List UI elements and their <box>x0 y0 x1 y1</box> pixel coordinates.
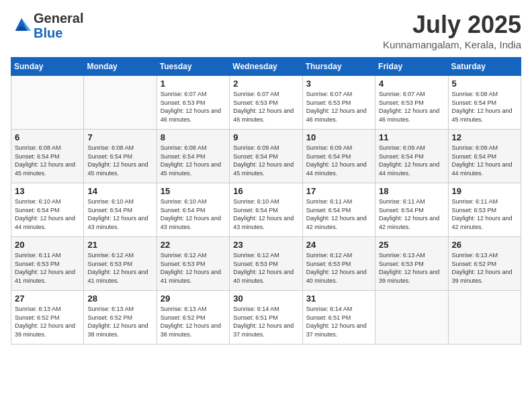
day-number: 26 <box>452 240 517 250</box>
calendar-cell: 24 Sunrise: 6:12 AM Sunset: 6:53 PM Dayl… <box>302 237 375 291</box>
calendar-cell <box>11 76 84 130</box>
day-number: 13 <box>15 186 80 196</box>
sunrise: Sunrise: 6:14 AM <box>306 305 371 314</box>
sunset: Sunset: 6:54 PM <box>233 152 298 161</box>
calendar-cell: 4 Sunrise: 6:07 AM Sunset: 6:53 PM Dayli… <box>375 76 448 130</box>
sunrise: Sunrise: 6:07 AM <box>379 90 444 99</box>
sunset: Sunset: 6:54 PM <box>306 206 371 215</box>
calendar-cell: 21 Sunrise: 6:12 AM Sunset: 6:53 PM Dayl… <box>84 237 157 291</box>
calendar-cell: 25 Sunrise: 6:13 AM Sunset: 6:53 PM Dayl… <box>375 237 448 291</box>
calendar-cell: 7 Sunrise: 6:08 AM Sunset: 6:54 PM Dayli… <box>84 130 157 183</box>
daylight: Daylight: 12 hours and 45 minutes. <box>233 161 298 177</box>
sunrise: Sunrise: 6:13 AM <box>379 251 444 260</box>
day-number: 31 <box>306 293 371 304</box>
sunrise: Sunrise: 6:11 AM <box>379 197 444 206</box>
sunset: Sunset: 6:54 PM <box>379 206 444 215</box>
weekday-header: Saturday <box>448 58 521 76</box>
weekday-header: Wednesday <box>230 58 302 76</box>
day-number: 8 <box>161 132 226 142</box>
sunset: Sunset: 6:54 PM <box>452 99 517 107</box>
cell-content: Sunrise: 6:13 AM Sunset: 6:53 PM Dayligh… <box>379 251 444 285</box>
sunset: Sunset: 6:54 PM <box>15 152 80 161</box>
day-number: 17 <box>306 186 371 196</box>
sunrise: Sunrise: 6:10 AM <box>15 197 80 206</box>
sunrise: Sunrise: 6:07 AM <box>161 90 226 99</box>
cell-content: Sunrise: 6:08 AM Sunset: 6:54 PM Dayligh… <box>87 144 152 177</box>
day-number: 10 <box>306 132 371 142</box>
sunrise: Sunrise: 6:11 AM <box>15 251 80 260</box>
sunset: Sunset: 6:54 PM <box>452 152 517 161</box>
cell-content: Sunrise: 6:07 AM Sunset: 6:53 PM Dayligh… <box>306 90 371 124</box>
sunrise: Sunrise: 6:12 AM <box>233 251 298 260</box>
day-number: 16 <box>233 186 298 196</box>
sunset: Sunset: 6:54 PM <box>379 152 444 161</box>
calendar-cell: 29 Sunrise: 6:13 AM Sunset: 6:52 PM Dayl… <box>157 291 229 345</box>
daylight: Daylight: 12 hours and 45 minutes. <box>452 107 517 124</box>
sunset: Sunset: 6:52 PM <box>161 314 226 322</box>
calendar-week-row: 27 Sunrise: 6:13 AM Sunset: 6:52 PM Dayl… <box>11 291 521 345</box>
calendar-cell: 18 Sunrise: 6:11 AM Sunset: 6:54 PM Dayl… <box>375 183 448 237</box>
sunset: Sunset: 6:53 PM <box>161 99 226 107</box>
calendar-week-row: 20 Sunrise: 6:11 AM Sunset: 6:53 PM Dayl… <box>11 237 521 291</box>
sunset: Sunset: 6:53 PM <box>161 260 226 269</box>
calendar-cell <box>84 76 157 130</box>
day-number: 3 <box>306 79 371 89</box>
day-number: 24 <box>306 240 371 250</box>
sunrise: Sunrise: 6:12 AM <box>87 251 152 260</box>
sunrise: Sunrise: 6:13 AM <box>161 305 226 314</box>
sunrise: Sunrise: 6:14 AM <box>233 305 298 314</box>
cell-content: Sunrise: 6:11 AM Sunset: 6:54 PM Dayligh… <box>306 197 371 231</box>
cell-content: Sunrise: 6:12 AM Sunset: 6:53 PM Dayligh… <box>233 251 298 285</box>
cell-content: Sunrise: 6:08 AM Sunset: 6:54 PM Dayligh… <box>161 144 226 177</box>
sunrise: Sunrise: 6:09 AM <box>233 144 298 152</box>
sunrise: Sunrise: 6:13 AM <box>15 305 80 314</box>
sunset: Sunset: 6:53 PM <box>233 260 298 269</box>
cell-content: Sunrise: 6:13 AM Sunset: 6:52 PM Dayligh… <box>452 251 517 285</box>
calendar-cell: 26 Sunrise: 6:13 AM Sunset: 6:52 PM Dayl… <box>448 237 521 291</box>
weekday-header-row: SundayMondayTuesdayWednesdayThursdayFrid… <box>11 58 521 76</box>
calendar-week-row: 13 Sunrise: 6:10 AM Sunset: 6:54 PM Dayl… <box>11 183 521 237</box>
calendar-cell: 5 Sunrise: 6:08 AM Sunset: 6:54 PM Dayli… <box>448 76 521 130</box>
daylight: Daylight: 12 hours and 38 minutes. <box>161 322 226 338</box>
sunset: Sunset: 6:54 PM <box>87 206 152 215</box>
sunset: Sunset: 6:53 PM <box>306 99 371 107</box>
sunset: Sunset: 6:54 PM <box>87 152 152 161</box>
cell-content: Sunrise: 6:14 AM Sunset: 6:51 PM Dayligh… <box>233 305 298 338</box>
daylight: Daylight: 12 hours and 41 minutes. <box>161 268 226 285</box>
month-title: July 2025 <box>383 11 521 39</box>
cell-content: Sunrise: 6:12 AM Sunset: 6:53 PM Dayligh… <box>161 251 226 285</box>
calendar-cell: 28 Sunrise: 6:13 AM Sunset: 6:52 PM Dayl… <box>84 291 157 345</box>
calendar-cell: 1 Sunrise: 6:07 AM Sunset: 6:53 PM Dayli… <box>157 76 229 130</box>
daylight: Daylight: 12 hours and 42 minutes. <box>452 214 517 231</box>
sunrise: Sunrise: 6:13 AM <box>452 251 517 260</box>
day-number: 30 <box>233 293 298 304</box>
day-number: 1 <box>161 79 226 89</box>
calendar-cell <box>448 291 521 345</box>
calendar-cell: 19 Sunrise: 6:11 AM Sunset: 6:53 PM Dayl… <box>448 183 521 237</box>
weekday-header: Tuesday <box>157 58 229 76</box>
daylight: Daylight: 12 hours and 39 minutes. <box>379 268 444 285</box>
daylight: Daylight: 12 hours and 44 minutes. <box>306 161 371 177</box>
sunset: Sunset: 6:54 PM <box>15 206 80 215</box>
cell-content: Sunrise: 6:12 AM Sunset: 6:53 PM Dayligh… <box>87 251 152 285</box>
cell-content: Sunrise: 6:07 AM Sunset: 6:53 PM Dayligh… <box>379 90 444 124</box>
sunrise: Sunrise: 6:12 AM <box>161 251 226 260</box>
logo-line1: General <box>34 11 83 26</box>
cell-content: Sunrise: 6:11 AM Sunset: 6:53 PM Dayligh… <box>452 197 517 231</box>
daylight: Daylight: 12 hours and 39 minutes. <box>452 268 517 285</box>
daylight: Daylight: 12 hours and 43 minutes. <box>233 214 298 231</box>
calendar-cell: 13 Sunrise: 6:10 AM Sunset: 6:54 PM Dayl… <box>11 183 84 237</box>
calendar-cell: 11 Sunrise: 6:09 AM Sunset: 6:54 PM Dayl… <box>375 130 448 183</box>
cell-content: Sunrise: 6:11 AM Sunset: 6:53 PM Dayligh… <box>15 251 80 285</box>
calendar-cell: 15 Sunrise: 6:10 AM Sunset: 6:54 PM Dayl… <box>157 183 229 237</box>
cell-content: Sunrise: 6:07 AM Sunset: 6:53 PM Dayligh… <box>161 90 226 124</box>
daylight: Daylight: 12 hours and 46 minutes. <box>161 107 226 124</box>
calendar-cell: 14 Sunrise: 6:10 AM Sunset: 6:54 PM Dayl… <box>84 183 157 237</box>
sunset: Sunset: 6:53 PM <box>452 206 517 215</box>
sunset: Sunset: 6:53 PM <box>87 260 152 269</box>
daylight: Daylight: 12 hours and 41 minutes. <box>87 268 152 285</box>
day-number: 23 <box>233 240 298 250</box>
logo: General Blue <box>11 11 83 40</box>
sunrise: Sunrise: 6:08 AM <box>15 144 80 152</box>
sunset: Sunset: 6:51 PM <box>233 314 298 322</box>
